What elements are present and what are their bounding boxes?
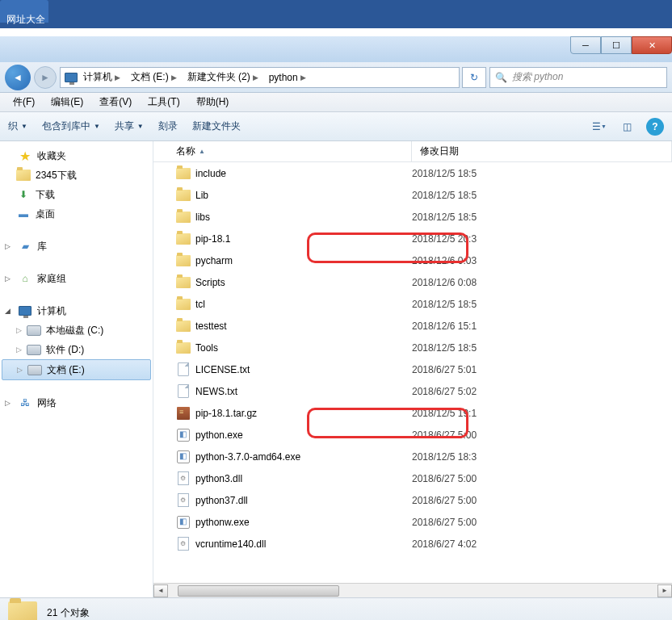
- sidebar-item-2345[interactable]: 2345下载: [0, 165, 153, 185]
- folder-icon: [176, 341, 191, 355]
- file-date: 2018/12/5 18:5: [412, 168, 672, 179]
- favorites-header[interactable]: ★ 收藏夹: [0, 146, 153, 165]
- network-header[interactable]: ▷ 🖧 网络: [0, 393, 153, 413]
- file-date: 2018/6/27 5:00: [412, 495, 672, 506]
- column-header-date[interactable]: 修改日期: [412, 141, 672, 161]
- file-row[interactable]: Scripts2018/12/6 0:08: [153, 271, 672, 293]
- download-icon: ⬇: [16, 187, 31, 202]
- menu-tools[interactable]: 工具(T): [140, 93, 187, 111]
- share-button[interactable]: 共享 ▼: [115, 119, 144, 133]
- menu-edit[interactable]: 编辑(E): [43, 93, 91, 111]
- folder-icon: [8, 601, 37, 621]
- scroll-left-button[interactable]: ◄: [153, 584, 168, 597]
- exe-icon: [176, 515, 191, 530]
- sidebar-item-drive-d[interactable]: ▷软件 (D:): [0, 340, 153, 359]
- file-date: 2018/12/5 19:1: [412, 408, 672, 419]
- horizontal-scrollbar[interactable]: ◄ ►: [153, 583, 672, 597]
- menu-help[interactable]: 帮助(H): [188, 93, 237, 111]
- file-row[interactable]: Lib2018/12/5 18:5: [153, 184, 672, 206]
- file-date: 2018/12/5 18:5: [412, 190, 672, 201]
- file-name: LICENSE.txt: [195, 364, 250, 375]
- column-header-name[interactable]: 名称▲: [153, 141, 412, 161]
- sidebar-item-drive-c[interactable]: ▷本地磁盘 (C:): [0, 320, 153, 340]
- refresh-button[interactable]: ↻: [462, 67, 486, 88]
- scroll-right-button[interactable]: ►: [657, 584, 672, 597]
- file-name: pip-18.1.tar.gz: [195, 408, 257, 419]
- file-name: include: [195, 168, 226, 179]
- file-row[interactable]: pip-18.12018/12/5 20:3: [153, 228, 672, 249]
- folder-icon: [176, 166, 191, 181]
- breadcrumb-item[interactable]: 新建文件夹 (2)▶: [183, 70, 264, 84]
- organize-button[interactable]: 织 ▼: [8, 119, 27, 133]
- library-icon: ▰: [18, 239, 32, 253]
- status-bar: 21 个对象: [0, 597, 672, 620]
- sidebar-item-drive-e[interactable]: ▷文档 (E:): [2, 359, 151, 380]
- file-row[interactable]: pip-18.1.tar.gz2018/12/5 19:1: [153, 402, 672, 424]
- file-row[interactable]: LICENSE.txt2018/6/27 5:01: [153, 358, 672, 380]
- exe-icon: [176, 450, 191, 464]
- help-button[interactable]: ?: [646, 118, 664, 136]
- file-name: testtest: [195, 320, 227, 332]
- close-button[interactable]: ✕: [632, 36, 672, 54]
- file-row[interactable]: python-3.7.0-amd64.exe2018/12/5 18:3: [153, 446, 672, 467]
- include-in-library-button[interactable]: 包含到库中 ▼: [42, 119, 100, 133]
- breadcrumb-item[interactable]: 计算机▶: [78, 70, 126, 84]
- star-icon: ★: [18, 149, 32, 163]
- file-row[interactable]: vcruntime140.dll2018/6/27 4:02: [153, 533, 672, 555]
- status-text: 21 个对象: [47, 606, 90, 620]
- homegroup-header[interactable]: ▷ ⌂ 家庭组: [0, 269, 153, 288]
- toolbar: 织 ▼ 包含到库中 ▼ 共享 ▼ 刻录 新建文件夹 ☰ ▼ ◫ ?: [0, 112, 672, 141]
- file-row[interactable]: python.exe2018/6/27 5:00: [153, 424, 672, 446]
- expand-icon: ▷: [5, 242, 13, 250]
- computer-header[interactable]: ◢ 计算机: [0, 301, 153, 320]
- back-button[interactable]: ◄: [5, 65, 31, 90]
- breadcrumb[interactable]: 计算机▶ 文档 (E:)▶ 新建文件夹 (2)▶ python▶: [60, 67, 460, 88]
- external-tab-strip: 网址大全: [0, 0, 672, 28]
- minimize-button[interactable]: ─: [570, 36, 601, 54]
- file-row[interactable]: python3.dll2018/6/27 5:00: [153, 467, 672, 489]
- file-row[interactable]: tcl2018/12/5 18:5: [153, 293, 672, 315]
- scroll-thumb[interactable]: [178, 585, 339, 597]
- sidebar-item-downloads[interactable]: ⬇下载: [0, 185, 153, 204]
- file-icon: [176, 384, 191, 399]
- file-row[interactable]: Tools2018/12/5 18:5: [153, 337, 672, 358]
- folder-icon: [176, 232, 191, 246]
- forward-button[interactable]: ►: [34, 66, 57, 89]
- desktop-icon: ▬: [16, 207, 31, 221]
- file-row[interactable]: include2018/12/5 18:5: [153, 162, 672, 184]
- new-folder-button[interactable]: 新建文件夹: [192, 119, 241, 133]
- computer-icon: [18, 304, 32, 318]
- computer-icon: [64, 70, 78, 85]
- file-name: Lib: [195, 190, 208, 201]
- search-input[interactable]: 🔍 搜索 python: [489, 67, 667, 88]
- view-options-button[interactable]: ☰ ▼: [591, 119, 607, 135]
- file-name: pip-18.1: [195, 233, 230, 245]
- burn-button[interactable]: 刻录: [158, 119, 178, 133]
- file-date: 2018/12/5 20:3: [412, 233, 672, 245]
- file-row[interactable]: python37.dll2018/6/27 5:00: [153, 489, 672, 511]
- file-name: python.exe: [195, 429, 243, 441]
- breadcrumb-item[interactable]: python▶: [264, 72, 312, 83]
- file-row[interactable]: pycharm2018/12/6 0:03: [153, 249, 672, 271]
- arrow-right-icon: ►: [40, 72, 50, 83]
- navigation-bar: ◄ ► 计算机▶ 文档 (E:)▶ 新建文件夹 (2)▶ python▶ ↻ 🔍…: [0, 62, 672, 93]
- preview-pane-button[interactable]: ◫: [619, 119, 635, 135]
- menu-file[interactable]: 件(F): [5, 93, 43, 111]
- maximize-button[interactable]: ☐: [601, 36, 632, 54]
- libraries-header[interactable]: ▷ ▰ 库: [0, 237, 153, 256]
- file-name: Tools: [195, 342, 218, 354]
- file-row[interactable]: libs2018/12/5 18:5: [153, 206, 672, 228]
- file-row[interactable]: pythonw.exe2018/6/27 5:00: [153, 511, 672, 533]
- file-row[interactable]: NEWS.txt2018/6/27 5:02: [153, 380, 672, 402]
- homegroup-icon: ⌂: [18, 271, 32, 286]
- folder-icon: [176, 210, 191, 224]
- file-icon: [176, 362, 191, 377]
- breadcrumb-item[interactable]: 文档 (E:)▶: [126, 70, 183, 84]
- sidebar-item-desktop[interactable]: ▬桌面: [0, 204, 153, 224]
- menu-view[interactable]: 查看(V): [91, 93, 140, 111]
- window-titlebar[interactable]: ─ ☐ ✕: [0, 36, 672, 62]
- file-row[interactable]: testtest2018/12/6 15:1: [153, 315, 672, 337]
- dll-icon: [176, 471, 191, 486]
- file-date: 2018/6/27 5:00: [412, 517, 672, 528]
- file-date: 2018/6/27 5:00: [412, 429, 672, 441]
